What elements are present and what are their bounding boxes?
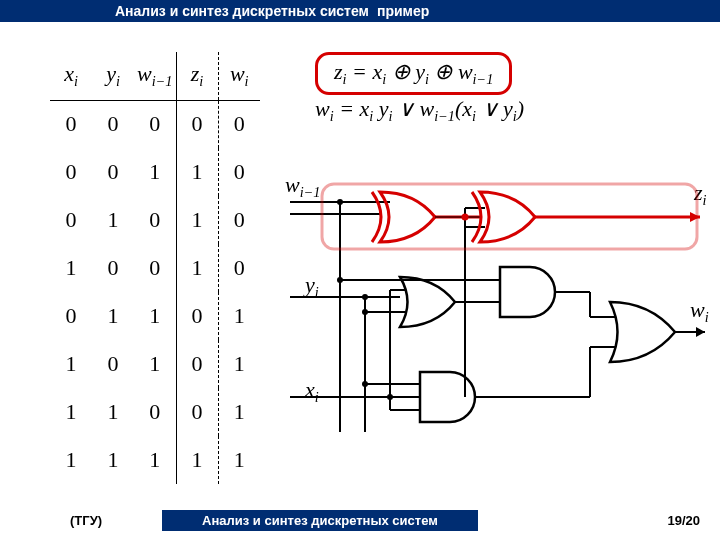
table-row: 10010: [50, 244, 260, 292]
footer-page: 19/20: [667, 513, 700, 528]
truth-table-area: xi yi wi−1 zi wi 00000 00110 01010 10010…: [0, 22, 280, 502]
col-wi1: wi−1: [134, 52, 176, 100]
logic-circuit: [280, 172, 720, 462]
content: xi yi wi−1 zi wi 00000 00110 01010 10010…: [0, 22, 720, 502]
and-gate-2: [420, 372, 475, 422]
table-row: 00000: [50, 100, 260, 148]
footer-org: (ТГУ): [70, 513, 102, 528]
truth-table: xi yi wi−1 zi wi 00000 00110 01010 10010…: [50, 52, 260, 484]
footer-title: Анализ и синтез дискретных систем: [162, 510, 478, 531]
or-gate-2: [610, 302, 675, 362]
table-row: 01010: [50, 196, 260, 244]
and-gate-1: [500, 267, 555, 317]
right-area: zi = xi ⊕ yi ⊕ wi−1 wi = xi yi ∨ wi−1(xi…: [280, 22, 720, 502]
svg-point-36: [362, 381, 368, 387]
xor-gate-1: [372, 192, 435, 242]
table-row: 11111: [50, 436, 260, 484]
or-gate-1: [400, 277, 455, 327]
header-subtitle: пример: [377, 3, 429, 19]
table-row: 11001: [50, 388, 260, 436]
header-title: Анализ и синтез дискретных систем: [115, 3, 369, 19]
svg-point-34: [362, 294, 368, 300]
xor-gate-2: [472, 192, 535, 242]
footer: (ТГУ) Анализ и синтез дискретных систем …: [0, 509, 720, 531]
col-xi: xi: [50, 52, 92, 100]
header-bar: Анализ и синтез дискретных систем пример: [0, 0, 720, 22]
svg-point-32: [337, 199, 343, 205]
svg-point-33: [337, 277, 343, 283]
table-row: 01101: [50, 292, 260, 340]
svg-point-38: [462, 214, 469, 221]
equation-z: zi = xi ⊕ yi ⊕ wi−1: [315, 52, 512, 95]
svg-marker-31: [696, 327, 705, 337]
col-wi: wi: [218, 52, 260, 100]
table-row: 10101: [50, 340, 260, 388]
svg-point-37: [387, 394, 393, 400]
equation-w: wi = xi yi ∨ wi−1(xi ∨ yi): [315, 96, 524, 125]
col-zi: zi: [176, 52, 218, 100]
col-yi: yi: [92, 52, 134, 100]
table-row: 00110: [50, 148, 260, 196]
svg-point-35: [362, 309, 368, 315]
